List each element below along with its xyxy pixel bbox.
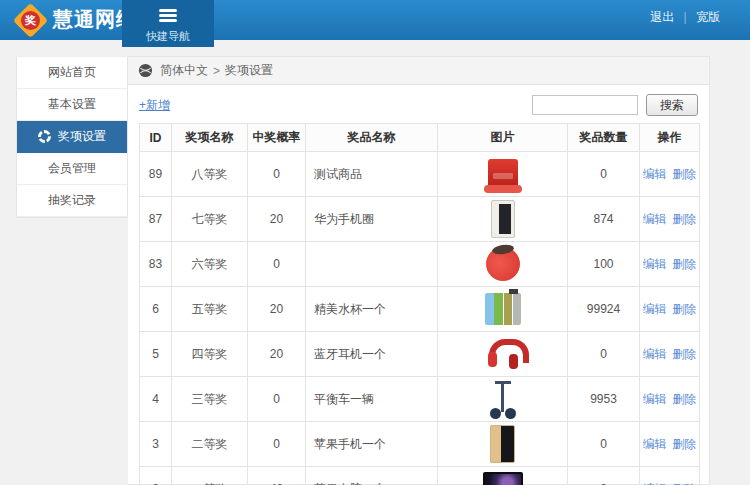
quick-nav-button[interactable]: 快建导航 (122, 0, 214, 47)
cell-prize-name: 苹果手机一个 (306, 422, 438, 467)
cell-image (438, 467, 568, 485)
sidebar-item-2[interactable]: 奖项设置 (17, 121, 127, 153)
cell-probability: 20 (248, 197, 306, 242)
delete-link[interactable]: 删除 (672, 257, 696, 271)
toolbar: +新增 搜索 (139, 93, 698, 117)
edit-link[interactable]: 编辑 (643, 482, 667, 485)
delete-link[interactable]: 删除 (672, 167, 696, 181)
brand: 奖 慧通网络 (16, 5, 137, 33)
sidebar-item-0[interactable]: 网站首页 (17, 57, 127, 89)
table-row: 4 三等奖 0 平衡车一辆 9953 编辑 删除 (140, 377, 700, 422)
cell-operations: 编辑 删除 (640, 152, 700, 197)
logo-icon: 奖 (13, 3, 48, 38)
cell-quantity: 99924 (568, 287, 640, 332)
edit-link[interactable]: 编辑 (643, 392, 667, 406)
table-row: 87 七等奖 20 华为手机圈 874 编辑 删除 (140, 197, 700, 242)
link-divider: | (684, 10, 687, 24)
content-area: +新增 搜索 ID 奖项名称 中奖概率 奖品名称 图片 奖品数量 操作 89 八… (128, 85, 709, 485)
cell-prize-level: 八等奖 (172, 152, 248, 197)
header-prize-level: 奖项名称 (172, 124, 248, 152)
cell-id: 87 (140, 197, 172, 242)
cell-quantity: 0 (568, 422, 640, 467)
cell-image (438, 197, 568, 242)
sidebar-item-label: 基本设置 (48, 96, 96, 113)
cell-prize-name: 测试商品 (306, 152, 438, 197)
cell-prize-level: 六等奖 (172, 242, 248, 287)
edit-link[interactable]: 编辑 (643, 167, 667, 181)
cell-prize-level: 七等奖 (172, 197, 248, 242)
gold-phone-image (490, 425, 515, 463)
breadcrumb-separator: > (213, 64, 220, 78)
cell-image (438, 332, 568, 377)
edit-link[interactable]: 编辑 (643, 437, 667, 451)
header-probability: 中奖概率 (248, 124, 306, 152)
cell-prize-name: 蓝牙耳机一个 (306, 332, 438, 377)
table-row: 2 一等奖 40 苹果电脑一台 0 编辑 删除 (140, 467, 700, 485)
header-operations: 操作 (640, 124, 700, 152)
sidebar-item-label: 会员管理 (48, 160, 96, 177)
cell-operations: 编辑 删除 (640, 197, 700, 242)
menu-list-icon (159, 7, 177, 22)
edit-link[interactable]: 编辑 (643, 302, 667, 316)
search-box: 搜索 (532, 94, 698, 116)
delete-link[interactable]: 删除 (672, 347, 696, 361)
delete-link[interactable]: 删除 (672, 212, 696, 226)
cell-prize-level: 三等奖 (172, 377, 248, 422)
cell-id: 83 (140, 242, 172, 287)
imac-image (483, 472, 523, 485)
logout-link[interactable]: 退出 (650, 10, 674, 24)
sidebar-item-3[interactable]: 会员管理 (17, 153, 127, 185)
add-new-link[interactable]: +新增 (139, 97, 170, 114)
table-row: 89 八等奖 0 测试商品 0 编辑 删除 (140, 152, 700, 197)
cell-id: 6 (140, 287, 172, 332)
sidebar-item-label: 网站首页 (48, 64, 96, 81)
cell-prize-level: 一等奖 (172, 467, 248, 485)
cell-id: 2 (140, 467, 172, 485)
wide-version-link[interactable]: 宽版 (696, 10, 720, 24)
cell-image (438, 422, 568, 467)
prize-table-body: 89 八等奖 0 测试商品 0 编辑 删除 87 七等奖 20 华为手机圈 87… (140, 152, 700, 485)
sidebar-item-label: 奖项设置 (58, 128, 106, 145)
cell-quantity: 874 (568, 197, 640, 242)
cell-quantity: 0 (568, 152, 640, 197)
edit-link[interactable]: 编辑 (643, 347, 667, 361)
prize-table: ID 奖项名称 中奖概率 奖品名称 图片 奖品数量 操作 89 八等奖 0 测试… (139, 123, 700, 485)
header-prize-name: 奖品名称 (306, 124, 438, 152)
cell-probability: 20 (248, 287, 306, 332)
cell-prize-level: 二等奖 (172, 422, 248, 467)
delete-link[interactable]: 删除 (672, 392, 696, 406)
cell-prize-level: 四等奖 (172, 332, 248, 377)
sidebar-item-label: 抽奖记录 (48, 192, 96, 209)
cell-probability: 0 (248, 422, 306, 467)
logo-badge: 奖 (21, 11, 40, 30)
search-input[interactable] (532, 95, 638, 115)
table-header-row: ID 奖项名称 中奖概率 奖品名称 图片 奖品数量 操作 (140, 124, 700, 152)
cell-id: 89 (140, 152, 172, 197)
cell-prize-name (306, 242, 438, 287)
red-headphones-image (486, 338, 520, 370)
edit-link[interactable]: 编辑 (643, 212, 667, 226)
cell-probability: 0 (248, 242, 306, 287)
breadcrumb-language[interactable]: 简体中文 (160, 62, 208, 79)
cell-prize-name: 华为手机圈 (306, 197, 438, 242)
cell-operations: 编辑 删除 (640, 467, 700, 485)
sidebar-item-1[interactable]: 基本设置 (17, 89, 127, 121)
cell-quantity: 0 (568, 332, 640, 377)
sidebar-item-4[interactable]: 抽奖记录 (17, 185, 127, 217)
cell-operations: 编辑 删除 (640, 422, 700, 467)
cell-quantity: 100 (568, 242, 640, 287)
cell-quantity: 9953 (568, 377, 640, 422)
cell-id: 4 (140, 377, 172, 422)
delete-link[interactable]: 删除 (672, 437, 696, 451)
sidebar-menu: 网站首页 基本设置 奖项设置 会员管理 抽奖记录 (16, 56, 128, 218)
table-row: 3 二等奖 0 苹果手机一个 0 编辑 删除 (140, 422, 700, 467)
globe-icon (138, 63, 153, 78)
delete-link[interactable]: 删除 (672, 482, 696, 485)
table-row: 5 四等奖 20 蓝牙耳机一个 0 编辑 删除 (140, 332, 700, 377)
edit-link[interactable]: 编辑 (643, 257, 667, 271)
search-button[interactable]: 搜索 (646, 94, 698, 116)
breadcrumb: 简体中文 > 奖项设置 (128, 57, 709, 85)
top-links: 退出 | 宽版 (650, 9, 720, 26)
delete-link[interactable]: 删除 (672, 302, 696, 316)
cell-operations: 编辑 删除 (640, 377, 700, 422)
